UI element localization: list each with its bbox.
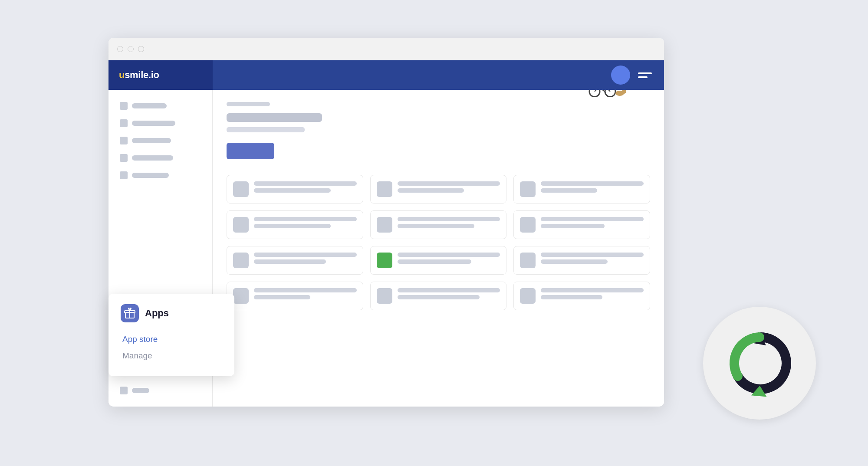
card-icon: [520, 181, 536, 197]
card-sub-line: [254, 259, 326, 264]
card-title-line: [254, 217, 357, 221]
card-text: [541, 181, 644, 193]
card-sub-line: [541, 224, 605, 228]
refresh-icon: [725, 328, 794, 398]
scene: usmile.io: [65, 38, 803, 428]
sidebar-item[interactable]: [115, 133, 205, 148]
card-sub-line: [398, 224, 475, 228]
sidebar-item[interactable]: [115, 116, 205, 131]
popup-apps-header: Apps: [121, 304, 222, 322]
apps-icon-box: [121, 304, 139, 322]
popup-section-label: Apps: [145, 308, 169, 319]
card-icon: [377, 181, 392, 197]
app-card[interactable]: [227, 282, 363, 310]
card-title-line: [398, 217, 500, 221]
card-sub-line: [541, 188, 597, 193]
logo-text: usmile.io: [119, 69, 159, 81]
main-subtitle: [227, 127, 305, 132]
browser-dot-1: [117, 46, 123, 52]
card-title-line: [398, 288, 500, 292]
app-card[interactable]: [513, 210, 650, 239]
card-sub-line: [254, 188, 331, 193]
app-cards-grid: [227, 175, 650, 310]
app-card[interactable]: [227, 175, 363, 203]
card-text: [254, 253, 357, 264]
app-logo: usmile.io: [108, 60, 213, 90]
popup-menu: Apps App store Manage: [108, 294, 234, 376]
sidebar-icon: [120, 119, 128, 127]
popup-menu-item-manage[interactable]: Manage: [121, 348, 222, 364]
card-title-line: [254, 288, 357, 292]
card-title-line: [254, 253, 357, 257]
card-title-line: [541, 288, 644, 292]
card-title-line: [541, 253, 644, 257]
card-title-line: [541, 217, 644, 221]
card-icon: [377, 288, 392, 304]
popup-menu-items: App store Manage: [121, 331, 222, 364]
popup-menu-item-appstore[interactable]: App store: [121, 331, 222, 348]
card-text: [254, 288, 357, 299]
card-sub-line: [254, 295, 310, 299]
browser-dot-2: [128, 46, 134, 52]
header-right: [213, 66, 664, 85]
main-content: [213, 90, 664, 407]
app-card[interactable]: [227, 210, 363, 239]
card-icon: [520, 253, 536, 268]
card-icon: [233, 253, 249, 268]
refresh-circle: [703, 307, 816, 420]
card-sub-line: [398, 295, 480, 299]
card-text: [398, 181, 500, 193]
illustration-area: [559, 90, 646, 114]
sidebar-label: [132, 173, 169, 178]
app-card[interactable]: [370, 246, 507, 275]
card-icon: [233, 181, 249, 197]
sidebar-icon: [120, 154, 128, 162]
main-cta-button[interactable]: [227, 143, 274, 159]
sidebar-item[interactable]: [115, 151, 205, 165]
card-icon: [377, 217, 392, 233]
card-icon: [233, 288, 249, 304]
app-card[interactable]: [370, 175, 507, 203]
card-text: [541, 253, 644, 264]
svg-point-13: [605, 90, 615, 97]
card-text: [254, 181, 357, 193]
logo-symbol: u: [119, 69, 125, 80]
sidebar-bottom: [115, 383, 205, 398]
card-title-line: [398, 253, 500, 257]
card-text: [398, 217, 500, 228]
app-card[interactable]: [370, 210, 507, 239]
browser-dot-3: [138, 46, 144, 52]
balloons-illustration: [559, 90, 628, 97]
card-sub-line: [541, 295, 602, 299]
card-sub-line: [398, 188, 464, 193]
main-top-label: [227, 102, 270, 106]
card-text: [541, 288, 644, 299]
browser-titlebar: [108, 38, 664, 60]
app-card[interactable]: [513, 175, 650, 203]
main-title: [227, 113, 322, 122]
card-sub-line: [541, 259, 608, 264]
app-card[interactable]: [370, 282, 507, 310]
card-title-line: [398, 181, 500, 186]
avatar[interactable]: [611, 66, 630, 85]
sidebar-item[interactable]: [115, 98, 205, 113]
sidebar-label: [132, 155, 173, 161]
app-card[interactable]: [513, 246, 650, 275]
sidebar-item[interactable]: [115, 168, 205, 183]
sidebar-bottom-icon: [120, 387, 128, 394]
card-icon: [520, 288, 536, 304]
card-icon: [520, 217, 536, 233]
menu-line-1: [638, 72, 652, 74]
app-card[interactable]: [227, 246, 363, 275]
card-text: [398, 253, 500, 264]
card-icon: [233, 217, 249, 233]
card-title-line: [254, 181, 357, 186]
menu-line-2: [638, 76, 648, 78]
sidebar-label: [132, 103, 167, 108]
sidebar-label: [132, 121, 175, 126]
hamburger-menu-icon[interactable]: [638, 72, 652, 78]
app-card[interactable]: [513, 282, 650, 310]
card-sub-line: [254, 224, 331, 228]
sidebar-bottom-label: [132, 388, 149, 393]
sidebar-icon: [120, 171, 128, 179]
